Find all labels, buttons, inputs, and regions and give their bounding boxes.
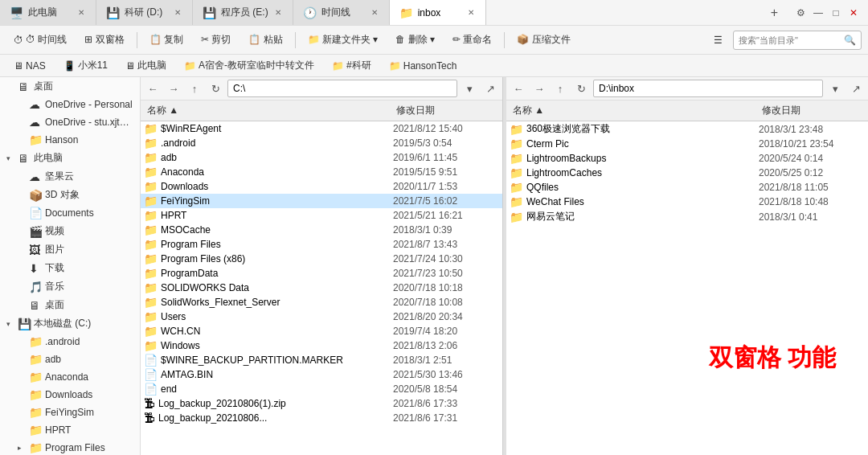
right-address-go-button[interactable]: ▾ — [826, 80, 844, 97]
tab-close-inbox[interactable]: ✕ — [466, 6, 476, 18]
left-col-date-header[interactable]: 修改日期 — [390, 102, 502, 119]
sidebar-item-c-anaconda[interactable]: 📁Anaconda — [0, 368, 140, 386]
bookmark-A宿舍-教研室临时中转文件[interactable]: 📁 A宿舍-教研室临时中转文件 — [177, 56, 321, 75]
left-file-row[interactable]: 📁adb2019/6/1 11:45 — [141, 150, 502, 165]
copy-button[interactable]: 📋 复制 — [142, 30, 190, 50]
left-open-other-button[interactable]: ↗ — [481, 80, 499, 97]
left-file-row[interactable]: 📁SolidWorks_Flexnet_Server2020/7/18 10:0… — [141, 295, 502, 309]
sidebar-item-c-adb[interactable]: 📁adb — [0, 350, 140, 368]
sidebar-item-3d-objects[interactable]: 📦3D 对象 — [0, 186, 140, 204]
tab-close-this-pc[interactable]: ✕ — [76, 6, 86, 18]
sidebar-item-onedrive-stu[interactable]: ☁OneDrive - stu.xjtu.edu.cn — [0, 113, 140, 131]
left-address-input[interactable] — [227, 80, 457, 97]
sidebar-item-hanson[interactable]: 📁Hanson — [0, 131, 140, 149]
compress-button[interactable]: 📦 压缩文件 — [510, 30, 577, 50]
tab-kyan[interactable]: 💾科研 (D:)✕ — [96, 0, 193, 25]
settings-button[interactable]: ⚙ — [792, 5, 809, 21]
left-file-row[interactable]: 📁Downloads2020/11/7 1:53 — [141, 179, 502, 194]
left-file-row[interactable]: 🗜Log_backup_20210806...2021/8/6 17:31 — [141, 411, 502, 425]
right-address-input[interactable] — [593, 80, 823, 97]
bookmark-此电脑[interactable]: 🖥 此电脑 — [118, 56, 174, 75]
view-toggle-button[interactable]: ☰ — [706, 31, 730, 49]
left-file-row[interactable]: 📁$WinREAgent2021/8/12 15:40 — [141, 121, 502, 136]
left-file-row[interactable]: 📁WCH.CN2019/7/4 18:20 — [141, 324, 502, 338]
right-col-date-header[interactable]: 修改日期 — [755, 102, 868, 119]
left-file-row[interactable]: 📁Program Files2021/8/7 13:43 — [141, 237, 502, 252]
sidebar-item-c-downloads[interactable]: 📁Downloads — [0, 386, 140, 404]
left-file-row[interactable]: 📁FeiYingSim2021/7/5 16:02 — [141, 194, 502, 208]
left-file-row[interactable]: 📁.android2019/5/3 0:54 — [141, 136, 502, 150]
add-tab-button[interactable]: + — [763, 0, 786, 25]
left-back-button[interactable]: ← — [144, 80, 162, 97]
paste-button[interactable]: 📋 粘贴 — [241, 30, 289, 50]
tab-close-kyan[interactable]: ✕ — [173, 6, 182, 18]
right-col-name-header[interactable]: 名称 ▲ — [506, 102, 755, 119]
left-file-row[interactable]: 📄$WINRE_BACKUP_PARTITION.MARKER2018/3/1 … — [141, 353, 502, 367]
sidebar-item-c-hprt[interactable]: 📁HPRT — [0, 421, 140, 439]
left-file-row[interactable]: 📁Anaconda2019/5/15 9:51 — [141, 165, 502, 179]
rename-button[interactable]: ✏ 重命名 — [445, 30, 499, 50]
left-file-row[interactable]: 📁Windows2021/8/13 2:06 — [141, 338, 502, 353]
right-open-other-button[interactable]: ↗ — [847, 80, 865, 97]
right-file-row[interactable]: 📁WeChat Files2021/8/18 10:48 — [506, 195, 868, 209]
sidebar-item-c-program-files[interactable]: ▸📁Program Files — [0, 439, 140, 455]
right-file-row[interactable]: 📁360极速浏览器下载2018/3/1 23:48 — [506, 121, 868, 137]
right-forward-button[interactable]: → — [530, 80, 548, 97]
new-folder-button[interactable]: 📁 新建文件夹 ▾ — [301, 30, 386, 50]
sidebar-item-documents[interactable]: 📄Documents — [0, 204, 140, 222]
right-file-row[interactable]: 📁LightroomBackups2020/5/24 0:14 — [506, 151, 868, 166]
sidebar-item-video[interactable]: 🎬视频 — [0, 222, 140, 240]
dual-pane-button[interactable]: ⊞ 双窗格 — [77, 30, 131, 50]
tab-close-timeline[interactable]: ✕ — [370, 6, 379, 18]
left-address-go-button[interactable]: ▾ — [461, 80, 478, 97]
tab-inbox[interactable]: 📁inbox✕ — [390, 0, 486, 25]
left-file-row[interactable]: 📁Program Files (x86)2021/7/24 10:30 — [141, 252, 502, 266]
timeline-button[interactable]: ⏱ ⏱ 时间线 — [6, 30, 74, 50]
bookmark-#科研[interactable]: 📁 #科研 — [325, 56, 379, 75]
sidebar-item-onedrive-personal[interactable]: ☁OneDrive - Personal — [0, 96, 140, 113]
tab-timeline[interactable]: 🕐时间线✕ — [293, 0, 390, 25]
minimize-button[interactable]: — — [810, 5, 826, 21]
sidebar-icon-c-program-files: 📁 — [29, 441, 42, 454]
right-file-row[interactable]: 📁QQfiles2021/8/18 11:05 — [506, 180, 868, 195]
left-file-row[interactable]: 📄AMTAG.BIN2021/5/30 13:46 — [141, 367, 502, 382]
sidebar-item-dekstop2[interactable]: 🖥桌面 — [0, 296, 140, 314]
right-refresh-button[interactable]: ↻ — [572, 80, 590, 97]
tab-close-chengxuyuan[interactable]: ✕ — [273, 6, 283, 18]
delete-button[interactable]: 🗑 删除 ▾ — [388, 30, 442, 50]
bookmark-HansonTech[interactable]: 📁 HansonTech — [382, 58, 465, 74]
right-file-row[interactable]: 📁LightroomCaches2020/5/25 0:12 — [506, 166, 868, 180]
tab-chengxuyuan[interactable]: 💾程序员 (E:)✕ — [193, 0, 293, 25]
left-forward-button[interactable]: → — [165, 80, 182, 97]
tab-this-pc[interactable]: 🖥️此电脑✕ — [0, 0, 96, 25]
sidebar-item-downloads[interactable]: ⬇下载 — [0, 259, 140, 277]
right-file-row[interactable]: 📁Cterm Pic2018/10/21 23:54 — [506, 137, 868, 151]
sidebar-item-local-c[interactable]: ▾💾本地磁盘 (C:) — [0, 314, 140, 333]
right-up-button[interactable]: ↑ — [551, 80, 569, 97]
sidebar-item-pictures[interactable]: 🖼图片 — [0, 240, 140, 259]
sidebar-item-jianguoyun[interactable]: ☁坚果云 — [0, 167, 140, 186]
left-up-button[interactable]: ↑ — [186, 80, 203, 97]
search-input[interactable] — [739, 35, 844, 45]
bookmark-小米11[interactable]: 📱 小米11 — [56, 56, 115, 75]
right-back-button[interactable]: ← — [510, 80, 527, 97]
left-col-name-header[interactable]: 名称 ▲ — [141, 102, 390, 119]
left-file-row[interactable]: 📁SOLIDWORKS Data2020/7/18 10:18 — [141, 281, 502, 295]
right-file-row[interactable]: 📁网易云笔记2018/3/1 0:41 — [506, 209, 868, 224]
left-file-row[interactable]: 📁HPRT2021/5/21 16:21 — [141, 208, 502, 223]
cut-button[interactable]: ✂ 剪切 — [194, 30, 238, 50]
sidebar-item-c-feiyingsim[interactable]: 📁FeiYingSim — [0, 404, 140, 421]
sidebar-item-desktop[interactable]: 🖥桌面 — [0, 77, 140, 96]
left-refresh-button[interactable]: ↻ — [207, 80, 224, 97]
bookmark-NAS[interactable]: 🖥 NAS — [6, 58, 53, 74]
left-file-row[interactable]: 📄end2020/5/8 18:54 — [141, 382, 502, 396]
left-file-row[interactable]: 📁MSOCache2018/3/1 0:39 — [141, 223, 502, 237]
maximize-button[interactable]: □ — [828, 5, 844, 21]
left-file-row[interactable]: 🗜Log_backup_20210806(1).zip2021/8/6 17:3… — [141, 396, 502, 411]
sidebar-item-c-android[interactable]: 📁.android — [0, 333, 140, 350]
sidebar-item-this-pc[interactable]: ▾🖥此电脑 — [0, 149, 140, 167]
sidebar-item-music[interactable]: 🎵音乐 — [0, 277, 140, 296]
left-file-row[interactable]: 📁Users2021/8/20 20:34 — [141, 309, 502, 324]
left-file-row[interactable]: 📁ProgramData2021/7/23 10:50 — [141, 266, 502, 281]
close-button[interactable]: ✕ — [845, 5, 862, 21]
